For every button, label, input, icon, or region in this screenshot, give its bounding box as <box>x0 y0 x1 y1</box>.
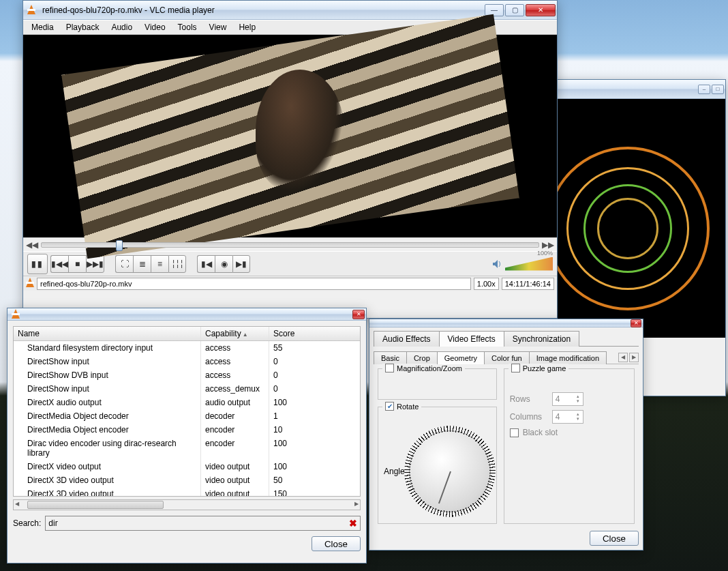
close-button[interactable]: Close <box>590 531 639 546</box>
frame-fwd-button[interactable]: ▶▮ <box>232 255 250 273</box>
effects-window: ✕ Audio Effects Video Effects Synchroniz… <box>369 319 643 551</box>
menu-audio[interactable]: Audio <box>106 21 138 33</box>
angle-label: Angle <box>384 467 405 476</box>
table-row[interactable]: Standard filesystem directory inputacces… <box>14 341 360 355</box>
table-row[interactable]: DirectMedia Object encoderencoder10 <box>14 423 360 437</box>
cell-name: Dirac video encoder using dirac-research… <box>14 437 201 460</box>
menu-video[interactable]: Video <box>139 21 170 33</box>
speaker-icon[interactable] <box>491 259 502 269</box>
menu-playback[interactable]: Playback <box>61 21 105 33</box>
video-canvas[interactable] <box>23 35 557 237</box>
tab-audio-effects[interactable]: Audio Effects <box>374 331 440 347</box>
table-row[interactable]: Dirac video encoder using dirac-research… <box>14 437 360 460</box>
puzzle-label: Puzzle game <box>523 364 566 372</box>
menu-help[interactable]: Help <box>233 21 261 33</box>
table-row[interactable]: DirectShow inputaccess0 <box>14 355 360 368</box>
cell-name: DirectMedia Object decoder <box>14 409 201 423</box>
table-header[interactable]: Name Capability▲ Score <box>14 327 360 341</box>
pause-button[interactable]: ▮▮ <box>27 254 48 274</box>
cell-name: DirectMedia Object encoder <box>14 423 201 437</box>
tab-video-effects[interactable]: Video Effects <box>439 331 504 347</box>
tab-colorfun[interactable]: Color fun <box>484 351 530 364</box>
cell-name: DirectShow DVB input <box>14 368 201 382</box>
cell-score: 10 <box>269 423 360 437</box>
cell-score: 50 <box>269 473 360 487</box>
fullscreen-button[interactable]: ⛶ <box>115 255 133 273</box>
table-row[interactable]: DirectX 3D video outputvideo output50 <box>14 473 360 487</box>
search-label: Search: <box>13 518 41 528</box>
maximize-button[interactable]: ▢ <box>505 4 524 16</box>
minimize-button[interactable]: – <box>698 85 710 94</box>
tab-scroll-left-icon[interactable]: ◀ <box>618 353 628 362</box>
frame-back-button[interactable]: ▮◀ <box>197 255 215 273</box>
cell-capability: encoder <box>201 437 269 460</box>
seek-thumb[interactable] <box>116 240 123 251</box>
rows-label: Rows <box>510 394 548 404</box>
status-time[interactable]: 14:11/1:46:14 <box>502 278 554 290</box>
status-filename[interactable]: refined-qos-blu720p-ro.mkv <box>37 278 471 290</box>
tab-basic[interactable]: Basic <box>374 351 407 364</box>
cell-capability: access_demux <box>201 382 269 396</box>
minimize-button[interactable]: — <box>485 4 504 16</box>
close-button[interactable]: Close <box>312 536 361 551</box>
puzzle-checkbox[interactable] <box>511 364 520 372</box>
maximize-button[interactable]: □ <box>712 85 724 94</box>
tab-crop[interactable]: Crop <box>406 351 438 364</box>
menu-view[interactable]: View <box>204 21 232 33</box>
magnification-label: Magnification/Zoom <box>397 364 462 372</box>
close-button[interactable]: ✕ <box>631 319 641 327</box>
angle-dial[interactable] <box>409 430 491 512</box>
effects-titlebar[interactable]: ✕ <box>369 319 643 327</box>
table-row[interactable]: DirectShow inputaccess_demux0 <box>14 382 360 396</box>
col-name[interactable]: Name <box>14 327 201 340</box>
clear-search-icon[interactable]: ✖ <box>349 518 357 529</box>
tab-geometry[interactable]: Geometry <box>437 351 485 364</box>
cell-capability: access <box>201 355 269 368</box>
status-speed[interactable]: 1.00x <box>474 278 499 290</box>
table-row[interactable]: DirectX audio outputaudio output100 <box>14 396 360 409</box>
columns-label: Columns <box>510 412 548 422</box>
record-button[interactable]: ◉ <box>215 255 232 273</box>
columns-stepper[interactable]: 4 ▲▼ <box>552 410 583 424</box>
close-button[interactable]: ✕ <box>352 310 365 319</box>
tab-imagemod[interactable]: Image modification <box>529 351 607 364</box>
volume-label: 100% <box>537 250 553 257</box>
previous-button[interactable]: ▮◀◀ <box>50 255 68 273</box>
table-row[interactable]: DirectX 3D video outputvideo output150 <box>14 487 360 497</box>
vlc-cone-icon <box>26 278 34 289</box>
equalizer-button[interactable]: ╎╎╎ <box>168 255 186 273</box>
seek-slider[interactable] <box>41 242 539 248</box>
playlist-button[interactable]: ≣ <box>133 255 151 273</box>
tab-scroll-right-icon[interactable]: ▶ <box>629 353 639 362</box>
cell-capability: video output <box>201 487 269 497</box>
rows-stepper[interactable]: 4 ▲▼ <box>552 392 583 406</box>
scrollbar-thumb[interactable] <box>27 501 164 509</box>
cell-name: DirectX 3D video output <box>14 473 201 487</box>
cell-score: 150 <box>269 487 360 497</box>
blackslot-checkbox[interactable] <box>510 428 519 437</box>
magnification-checkbox[interactable] <box>385 364 394 372</box>
search-input[interactable]: dir ✖ <box>45 516 361 531</box>
rotate-label: Rotate <box>397 402 419 411</box>
plugins-titlebar[interactable]: ✕ <box>7 308 366 321</box>
menu-tools[interactable]: Tools <box>172 21 202 33</box>
cell-score: 0 <box>269 355 360 368</box>
tab-synchronization[interactable]: Synchronization <box>504 331 579 347</box>
seek-back-icon[interactable]: ◀◀ <box>26 239 38 251</box>
vlc-main-window: refined-qos-blu720p-ro.mkv - VLC media p… <box>22 0 558 319</box>
table-row[interactable]: DirectMedia Object decoderdecoder1 <box>14 409 360 423</box>
col-score[interactable]: Score <box>269 327 360 340</box>
table-row[interactable]: DirectX video outputvideo output100 <box>14 460 360 473</box>
horizontal-scrollbar[interactable]: ◀ ▶ <box>13 499 361 510</box>
stop-button[interactable]: ■ <box>68 255 86 273</box>
cell-score: 100 <box>269 460 360 473</box>
extended-settings-button[interactable]: ≡ <box>151 255 168 273</box>
rotate-checkbox[interactable]: ✔ <box>385 402 394 411</box>
menu-media[interactable]: Media <box>26 21 59 33</box>
close-button[interactable]: ✕ <box>526 4 556 16</box>
cell-name: DirectShow input <box>14 355 201 368</box>
col-capability[interactable]: Capability▲ <box>201 327 269 340</box>
cell-name: DirectX 3D video output <box>14 487 201 497</box>
table-row[interactable]: DirectShow DVB inputaccess0 <box>14 368 360 382</box>
volume-slider[interactable] <box>505 257 553 271</box>
